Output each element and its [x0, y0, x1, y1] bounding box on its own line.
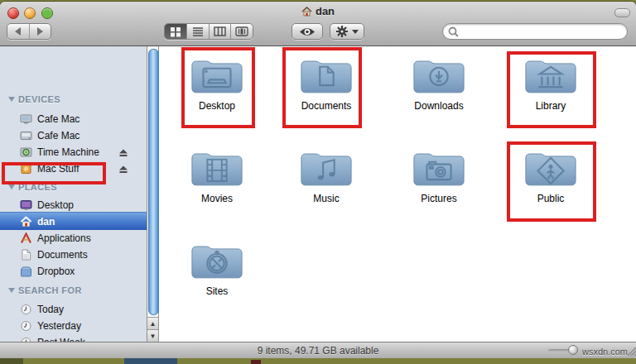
sidebar-item-dan[interactable]: dan	[0, 212, 147, 230]
desktop-shadow	[0, 358, 23, 364]
sidebar: DEVICES Cafe Mac Cafe Mac Time Machine M…	[0, 46, 147, 342]
sidebar-item-label: dan	[37, 216, 55, 228]
sidebar-item-cafe-mac-disk[interactable]: Cafe Mac	[0, 127, 147, 144]
sidebar-item-label: Yesterday	[37, 320, 81, 332]
eye-icon	[299, 26, 316, 37]
folder-icon	[299, 53, 354, 97]
scroll-down-button[interactable]: ▼	[147, 329, 158, 342]
clock-icon	[20, 304, 33, 316]
folder-label: Library	[505, 100, 596, 112]
sidebar-item-label: Mac Stuff	[37, 163, 79, 175]
folder-sites[interactable]: Sites	[171, 238, 263, 297]
column-view-button[interactable]	[210, 24, 232, 39]
external-drive-icon	[20, 163, 33, 175]
folder-icon	[523, 146, 578, 189]
icon-view-icon	[170, 26, 181, 37]
sidebar-section-search-for[interactable]: SEARCH FOR	[8, 285, 82, 295]
folder-music[interactable]: Music	[281, 146, 372, 204]
folder-label: Movies	[171, 193, 263, 204]
sidebar-item-yesterday[interactable]: Yesterday	[0, 318, 147, 334]
sidebar-item-desktop[interactable]: Desktop	[0, 197, 147, 213]
file-browser-area[interactable]: Desktop Documents Downloads Library Movi…	[160, 46, 636, 342]
sidebar-item-label: Cafe Mac	[37, 113, 80, 125]
folder-icon	[190, 146, 244, 189]
folder-label: Desktop	[171, 100, 263, 112]
sidebar-item-documents[interactable]: Documents	[0, 247, 147, 263]
disclosure-triangle-icon	[8, 288, 15, 293]
folder-documents[interactable]: Documents	[281, 53, 372, 112]
folder-icon	[523, 53, 578, 97]
folder-label: Pictures	[393, 193, 484, 204]
hard-drive-icon	[20, 130, 33, 142]
zoom-slider-knob[interactable]	[568, 345, 578, 355]
list-view-button[interactable]	[187, 24, 210, 39]
sidebar-item-mac-stuff[interactable]: Mac Stuff	[0, 160, 147, 177]
quick-look-button[interactable]	[292, 23, 323, 40]
eject-icon[interactable]	[118, 148, 128, 157]
document-icon	[20, 249, 33, 261]
sidebar-item-time-machine[interactable]: Time Machine	[0, 144, 147, 160]
resize-grip[interactable]	[624, 344, 636, 356]
window-title: dan	[0, 5, 636, 17]
folder-icon	[412, 53, 466, 97]
sidebar-item-label: Desktop	[37, 199, 74, 211]
sidebar-item-dropbox[interactable]: Dropbox	[0, 263, 147, 280]
folder-icon	[299, 146, 354, 189]
desktop-background-strip	[0, 358, 636, 364]
sidebar-item-applications[interactable]: Applications	[0, 230, 147, 247]
coverflow-view-icon	[235, 26, 248, 36]
view-segmented-control	[164, 23, 253, 40]
search-input[interactable]	[442, 23, 628, 40]
folder-pictures[interactable]: Pictures	[393, 146, 484, 204]
back-button[interactable]	[7, 24, 30, 39]
folder-public[interactable]: Public	[505, 146, 596, 204]
folder-label: Sites	[171, 285, 263, 297]
folder-label: Music	[281, 193, 372, 204]
finder-window: dan	[0, 2, 636, 358]
folder-icon	[190, 238, 244, 282]
desktop-blue-patch	[124, 358, 177, 364]
action-menu-button[interactable]	[330, 23, 364, 40]
home-icon	[20, 215, 33, 228]
status-bar: 9 items, 49.71 GB available wsxdn.com	[0, 342, 636, 358]
folder-icon	[190, 53, 244, 97]
folder-desktop[interactable]: Desktop	[171, 53, 263, 112]
sidebar-section-places[interactable]: PLACES	[8, 182, 57, 192]
scrollbar-thumb[interactable]	[148, 49, 159, 315]
disclosure-triangle-icon	[8, 97, 15, 102]
time-machine-drive-icon	[20, 146, 33, 159]
folder-icon	[412, 146, 466, 189]
search-icon	[448, 26, 459, 37]
toolbar-toggle-pill[interactable]	[614, 8, 630, 17]
disclosure-triangle-icon	[8, 184, 15, 189]
scroll-up-button[interactable]: ▲	[147, 317, 158, 329]
sidebar-item-label: Cafe Mac	[37, 130, 80, 141]
sidebar-item-today[interactable]: Today	[0, 301, 147, 318]
folder-label: Public	[505, 193, 596, 204]
forward-button[interactable]	[30, 24, 51, 39]
gear-icon	[335, 25, 349, 38]
folder-library[interactable]: Library	[505, 53, 596, 112]
folder-movies[interactable]: Movies	[171, 146, 263, 204]
watermark: wsxdn.com	[582, 347, 628, 357]
sidebar-item-cafe-mac-computer[interactable]: Cafe Mac	[0, 111, 147, 127]
folder-label: Documents	[281, 100, 372, 112]
desktop-icon	[20, 199, 33, 212]
computer-icon	[20, 113, 33, 126]
sidebar-item-label: Today	[37, 304, 64, 315]
folder-downloads[interactable]: Downloads	[393, 53, 484, 112]
sidebar-item-label: Documents	[37, 249, 88, 261]
sidebar-scrollbar[interactable]: ▲ ▼	[147, 46, 159, 342]
coverflow-view-button[interactable]	[231, 24, 253, 39]
eject-icon[interactable]	[118, 165, 128, 174]
forward-icon	[37, 27, 43, 36]
clock-icon	[20, 320, 33, 333]
sidebar-item-past-week[interactable]: Past Week	[0, 334, 147, 342]
icon-view-button[interactable]	[165, 24, 187, 39]
applications-icon	[20, 232, 33, 245]
sidebar-section-devices[interactable]: DEVICES	[8, 94, 60, 104]
sidebar-item-label: Applications	[37, 232, 91, 244]
nav-buttons	[7, 23, 51, 40]
column-view-icon	[214, 26, 226, 36]
status-text: 9 items, 49.71 GB available	[0, 345, 636, 357]
